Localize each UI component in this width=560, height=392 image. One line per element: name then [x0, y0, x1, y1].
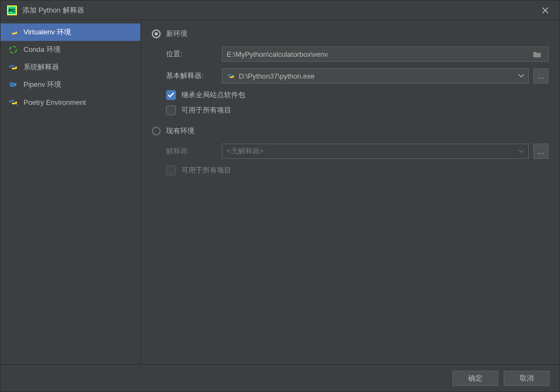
sidebar: Virtualenv 环境 Conda 环境 系统解释器 Pipenv 环境	[1, 20, 141, 364]
new-env-form: 位置: E:\MyPython\calculatorbox\venv 基本解释器…	[152, 46, 549, 121]
base-interpreter-row: 基本解释器: D:\Python37\python.exe …	[166, 68, 549, 84]
sidebar-item-label: Conda 环境	[23, 45, 61, 55]
new-env-radio-row[interactable]: 新环境	[152, 29, 549, 39]
radio-new-env[interactable]	[152, 29, 161, 38]
base-value: D:\Python37\python.exe	[239, 72, 518, 80]
close-button[interactable]	[538, 5, 553, 16]
available-all-label: 可用于所有项目	[181, 105, 231, 115]
sidebar-item-poetry[interactable]: v Poetry Environment	[1, 93, 140, 111]
interpreter-dropdown[interactable]: <无解释器>	[222, 144, 529, 159]
available-all-checkbox-row[interactable]: 可用于所有项目	[166, 105, 549, 115]
location-row: 位置: E:\MyPython\calculatorbox\venv	[166, 46, 549, 62]
browse-button[interactable]: …	[533, 68, 549, 84]
available-all-checkbox[interactable]	[166, 105, 176, 115]
sidebar-item-conda[interactable]: Conda 环境	[1, 41, 140, 58]
sidebar-item-label: Poetry Environment	[23, 98, 86, 106]
existing-env-form: 解释器: <无解释器> … 可用于所有项目	[152, 144, 549, 181]
titlebar: PC 添加 Python 解释器	[1, 1, 559, 20]
ellipsis-icon: …	[538, 72, 545, 80]
interpreter-row: 解释器: <无解释器> …	[166, 144, 549, 159]
location-value: E:\MyPython\calculatorbox\venv	[227, 50, 530, 58]
ok-button[interactable]: 确定	[452, 371, 498, 386]
chevron-down-icon	[518, 150, 524, 153]
pipenv-icon	[8, 80, 18, 90]
dialog-window: PC 添加 Python 解释器 Virtualenv 环境 Conda 环境	[0, 0, 560, 392]
ellipsis-icon: …	[538, 147, 545, 156]
base-interpreter-dropdown[interactable]: D:\Python37\python.exe	[222, 68, 529, 84]
poetry-icon: v	[8, 97, 18, 107]
existing-env-label: 现有环境	[166, 126, 194, 136]
python-icon	[227, 72, 234, 80]
conda-icon	[8, 45, 18, 55]
svg-text:v: v	[16, 103, 17, 106]
interpreter-value: <无解释器>	[227, 146, 518, 156]
pycharm-icon: PC	[7, 5, 17, 15]
chevron-down-icon	[518, 74, 524, 78]
folder-icon[interactable]	[530, 50, 544, 58]
location-input[interactable]: E:\MyPython\calculatorbox\venv	[222, 46, 549, 62]
interpreter-label: 解释器:	[166, 146, 222, 156]
footer: 确定 取消	[1, 364, 559, 391]
available-all-checkbox-row-2: 可用于所有项目	[166, 165, 549, 175]
sidebar-item-system[interactable]: 系统解释器	[1, 58, 140, 76]
location-label: 位置:	[166, 49, 222, 59]
sidebar-item-label: Virtualenv 环境	[23, 27, 71, 37]
radio-existing-env[interactable]	[152, 127, 161, 135]
window-title: 添加 Python 解释器	[22, 5, 84, 15]
browse-button[interactable]: …	[533, 144, 549, 159]
dialog-body: Virtualenv 环境 Conda 环境 系统解释器 Pipenv 环境	[1, 20, 559, 364]
new-env-label: 新环境	[166, 29, 187, 39]
inherit-label: 继承全局站点软件包	[181, 90, 245, 100]
svg-point-0	[10, 46, 16, 53]
existing-env-radio-row[interactable]: 现有环境	[152, 126, 549, 136]
sidebar-item-pipenv[interactable]: Pipenv 环境	[1, 76, 140, 93]
sidebar-item-label: Pipenv 环境	[23, 80, 61, 90]
inherit-checkbox[interactable]	[166, 90, 176, 100]
available-all-checkbox-2	[166, 165, 176, 175]
sidebar-item-label: 系统解释器	[23, 62, 59, 72]
cancel-button[interactable]: 取消	[504, 371, 550, 386]
python-icon	[8, 27, 18, 37]
python-icon	[8, 62, 18, 72]
sidebar-item-virtualenv[interactable]: Virtualenv 环境	[1, 23, 140, 41]
inherit-checkbox-row[interactable]: 继承全局站点软件包	[166, 90, 549, 100]
available-all-label-2: 可用于所有项目	[181, 165, 231, 175]
base-label: 基本解释器:	[166, 71, 222, 81]
main-panel: 新环境 位置: E:\MyPython\calculatorbox\venv 基…	[141, 20, 559, 364]
